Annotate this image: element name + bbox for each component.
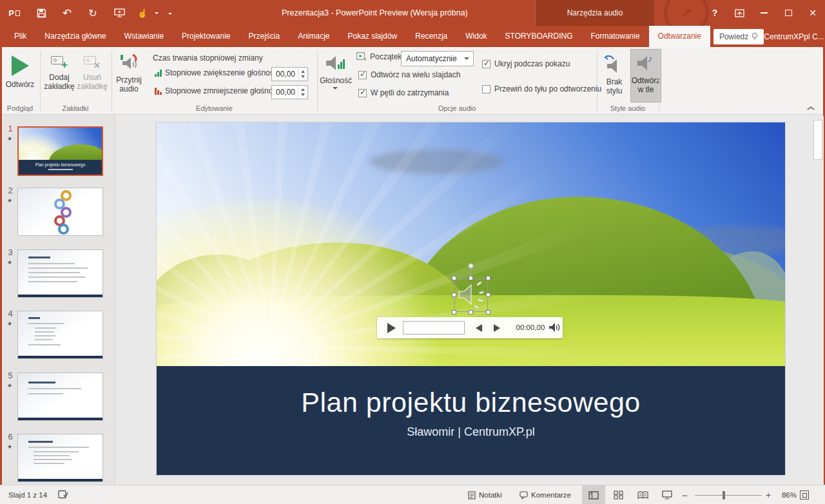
minimize-button[interactable] bbox=[752, 0, 776, 26]
thumbnail-slide-6[interactable] bbox=[17, 434, 103, 482]
touch-mode-caret-icon[interactable] bbox=[152, 0, 161, 26]
audio-object-selected[interactable] bbox=[454, 278, 488, 312]
resize-handle-e[interactable] bbox=[486, 293, 490, 297]
thumbnail-slide-5[interactable] bbox=[17, 373, 103, 421]
notes-toggle[interactable]: Notatki bbox=[468, 485, 502, 504]
zoom-slider-thumb[interactable] bbox=[723, 491, 725, 499]
tell-me-label: Powiedz bbox=[719, 32, 748, 41]
fade-out-label: Stopniowe zmniejszenie głośności: bbox=[165, 86, 284, 95]
start-slideshow-button[interactable] bbox=[106, 0, 133, 26]
slide-sorter-button[interactable] bbox=[607, 485, 630, 504]
tab-projektowanie[interactable]: Projektowanie bbox=[173, 26, 239, 47]
powerpoint-logo-icon[interactable]: P bbox=[0, 0, 28, 26]
comments-toggle[interactable]: Komentarze bbox=[519, 485, 571, 504]
fade-in-value: 00,00 bbox=[276, 70, 295, 79]
bookmark-remove-icon: ✕ bbox=[84, 55, 101, 68]
tab-wstawianie[interactable]: Wstawianie bbox=[115, 26, 173, 47]
notes-label: Notatki bbox=[479, 491, 502, 499]
resize-handle-ne[interactable] bbox=[486, 276, 490, 280]
tab-odtwarzanie[interactable]: Odtwarzanie bbox=[649, 26, 710, 47]
save-button[interactable] bbox=[28, 0, 54, 26]
zoom-level[interactable]: 86% bbox=[773, 485, 797, 504]
thumbnail-slide-2[interactable] bbox=[17, 188, 103, 236]
volume-button[interactable]: Głośność bbox=[320, 54, 351, 90]
tab-formatowanie[interactable]: Formatowanie bbox=[582, 26, 649, 47]
resize-handle-sw[interactable] bbox=[452, 310, 456, 315]
thumbnail-slide-4[interactable] bbox=[17, 311, 103, 359]
tab-animacje[interactable]: Animacje bbox=[289, 26, 338, 47]
resize-handle-w[interactable] bbox=[452, 293, 456, 297]
zoom-out-button[interactable]: − bbox=[682, 485, 688, 504]
play-in-background-button[interactable]: ♪ Odtwórz w tle bbox=[630, 49, 661, 102]
tab-pokaz-slajdow[interactable]: Pokaz slajdów bbox=[339, 26, 407, 47]
player-move-back-button[interactable] bbox=[476, 324, 482, 332]
checkbox-loop[interactable] bbox=[358, 89, 367, 97]
checkbox-multi-slides-label: Odtwórz na wielu slajdach bbox=[371, 70, 460, 79]
slide-canvas[interactable]: 00:00,00 Plan projektu biznesowego Sławo… bbox=[157, 122, 785, 475]
status-bar: Slajd 1 z 14 Notatki Komentarze − + 86% bbox=[0, 485, 825, 504]
account-name[interactable]: CentrumXPpl C... bbox=[764, 32, 824, 41]
group-label-zakladki: Zakładki bbox=[43, 104, 108, 112]
zoom-in-button[interactable]: + bbox=[766, 485, 771, 504]
tell-me-box[interactable]: Powiedz bbox=[713, 29, 764, 44]
thumbnail-1-subtitle-line bbox=[48, 169, 73, 170]
maximize-button[interactable] bbox=[776, 0, 801, 26]
animation-star-icon: ★ bbox=[7, 135, 12, 142]
thumbnail-number: 1 bbox=[6, 124, 15, 133]
animation-star-icon: ★ bbox=[7, 197, 12, 204]
reading-view-button[interactable] bbox=[631, 485, 654, 504]
start-dropdown-value: Automatycznie bbox=[406, 54, 457, 63]
add-bookmark-button[interactable]: + Dodaj zakładkę bbox=[43, 55, 76, 91]
slideshow-view-button[interactable] bbox=[655, 485, 679, 504]
fade-in-spinner-arrows[interactable] bbox=[298, 68, 307, 81]
animation-star-icon: ★ bbox=[7, 443, 12, 450]
zoom-slider-track[interactable] bbox=[695, 495, 762, 496]
player-progress-bar[interactable] bbox=[403, 321, 465, 334]
player-play-button[interactable] bbox=[387, 323, 396, 333]
fade-out-spinner-arrows[interactable] bbox=[298, 86, 307, 99]
vertical-scrollbar[interactable] bbox=[813, 116, 824, 485]
resize-handle-s[interactable] bbox=[469, 310, 473, 315]
help-button[interactable]: ? bbox=[703, 0, 727, 26]
tab-narzedzia-glowne[interactable]: Narzędzia główne bbox=[35, 26, 115, 47]
tab-przejscia[interactable]: Przejścia bbox=[239, 26, 289, 47]
player-move-forward-button[interactable] bbox=[494, 324, 500, 332]
touch-mode-button[interactable]: ☝ bbox=[133, 0, 152, 26]
scrollbar-thumb[interactable] bbox=[813, 120, 822, 160]
fit-to-window-icon[interactable] bbox=[800, 490, 809, 499]
play-preview-button[interactable]: Odtwórz bbox=[2, 55, 38, 89]
tab-recenzja[interactable]: Recenzja bbox=[406, 26, 456, 47]
checkbox-hide-during-show[interactable] bbox=[482, 60, 490, 68]
undo-button[interactable]: ↶ bbox=[54, 0, 80, 26]
collapse-ribbon-chevron-icon[interactable] bbox=[807, 105, 813, 109]
checkbox-multi-slides[interactable] bbox=[358, 71, 367, 79]
thumbnail-number: 6 bbox=[6, 432, 15, 441]
display-check-icon[interactable] bbox=[58, 485, 69, 504]
checkbox-loop-label: W pętli do zatrzymania bbox=[371, 88, 449, 97]
player-volume-icon[interactable] bbox=[548, 322, 560, 333]
no-style-button[interactable]: Brak stylu bbox=[599, 55, 629, 95]
normal-view-button[interactable] bbox=[582, 485, 605, 504]
resize-handle-se[interactable] bbox=[486, 310, 490, 315]
fade-in-spinner[interactable]: 00,00 bbox=[271, 67, 308, 81]
resize-handle-n[interactable] bbox=[469, 276, 473, 280]
thumbnail-slide-1[interactable]: Plan projektu biznesowego bbox=[17, 126, 103, 176]
thumbnail-slide-3[interactable] bbox=[17, 249, 103, 298]
start-dropdown[interactable]: Automatycznie bbox=[401, 51, 474, 66]
resize-handle-nw[interactable] bbox=[452, 276, 456, 280]
trim-audio-button[interactable]: Przytnij audio bbox=[113, 54, 144, 93]
tab-storyboarding[interactable]: STORYBOARDING bbox=[496, 26, 582, 47]
slide-title-band[interactable]: Plan projektu biznesowego Sławomir | Cen… bbox=[157, 366, 785, 475]
tab-widok[interactable]: Widok bbox=[456, 26, 496, 47]
fade-out-spinner[interactable]: 00,00 bbox=[271, 85, 308, 99]
checkbox-rewind[interactable] bbox=[482, 85, 490, 93]
remove-bookmark-button[interactable]: ✕ Usuń zakładkę bbox=[76, 55, 108, 91]
fade-out-row: Stopniowe zmniejszenie głośności: bbox=[155, 86, 284, 95]
ribbon-display-options-button[interactable] bbox=[727, 0, 752, 26]
rotate-handle[interactable] bbox=[468, 263, 474, 269]
tab-plik[interactable]: Plik bbox=[5, 26, 35, 47]
fade-in-row: Stopniowe zwiększenie głośności: bbox=[155, 68, 282, 77]
redo-button[interactable]: ↻ bbox=[80, 0, 106, 26]
close-button[interactable]: ✕ bbox=[801, 0, 825, 26]
customize-qat-button[interactable] bbox=[161, 0, 179, 26]
